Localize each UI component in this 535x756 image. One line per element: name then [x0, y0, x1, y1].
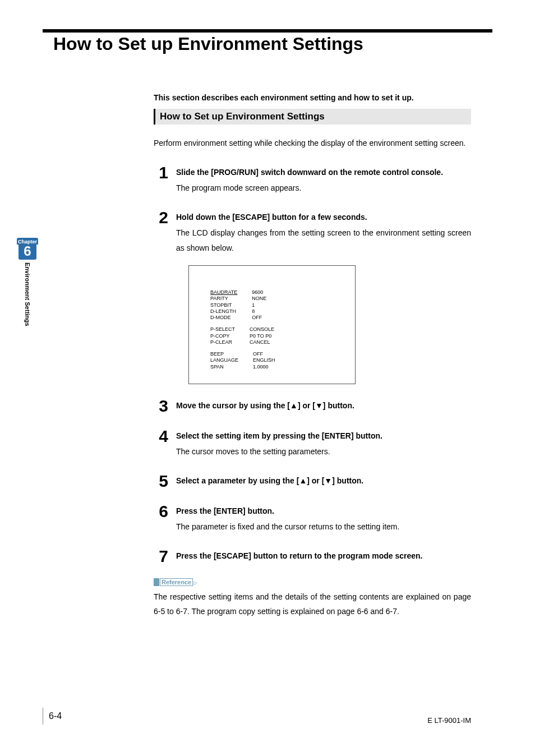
lcd-val: 1.0000	[253, 364, 275, 370]
step-3: 3 Move the cursor by using the [▲] or [▼…	[154, 398, 471, 414]
step-7: 7 Press the [ESCAPE] button to return to…	[154, 548, 471, 565]
step-number: 7	[154, 548, 168, 565]
step-label: Press the [ESCAPE] button to return to t…	[176, 550, 471, 562]
reference-marker	[154, 578, 159, 586]
lcd-val: 8	[252, 308, 266, 315]
step-desc: The program mode screen appears.	[176, 181, 471, 196]
intro-text: This section describes each environment …	[154, 93, 471, 102]
lcd-screen: BAUDRATE PARITY STOPBIT D-LENGTH D-MODE …	[188, 265, 356, 384]
step-6: 6 Press the [ENTER] button. The paramete…	[154, 503, 471, 534]
reference-label: Reference	[160, 578, 193, 586]
page-number: 6-4	[43, 708, 62, 725]
lcd-key: STOPBIT	[210, 302, 237, 308]
lcd-val: OFF	[253, 351, 275, 357]
lcd-key: P-CLEAR	[210, 339, 235, 345]
step-label: Hold down the [ESCAPE] button for a few …	[176, 211, 471, 223]
lcd-val: CANCEL	[250, 339, 274, 345]
chapter-label: Environment Settings	[24, 262, 31, 326]
step-desc: The LCD display changes from the setting…	[176, 225, 471, 255]
lcd-val: CONSOLE	[250, 326, 274, 333]
reference-text: The respective setting items and the det…	[154, 589, 471, 619]
lcd-val: 9600	[252, 289, 266, 296]
lcd-key: D-MODE	[210, 315, 237, 321]
step-number: 5	[154, 473, 168, 490]
step-desc: The parameter is fixed and the cursor re…	[176, 519, 471, 534]
step-number: 6	[154, 503, 168, 520]
lcd-key: SPAN	[210, 364, 238, 370]
body-paragraph: Perform environment setting while checki…	[154, 136, 471, 151]
lcd-val: OFF	[252, 315, 266, 321]
step-label: Slide the [PROG/RUN] switch downward on …	[176, 166, 471, 178]
step-label: Press the [ENTER] button.	[176, 505, 471, 517]
subheading: How to Set up Environment Settings	[154, 109, 471, 125]
step-label: Select a parameter by using the [▲] or […	[176, 474, 471, 487]
lcd-val: 1	[252, 302, 266, 308]
lcd-key: BEEP	[210, 351, 238, 357]
chapter-tab: Chapter 6 Environment Settings	[17, 238, 38, 326]
chapter-number: 6	[19, 245, 36, 260]
lcd-key: D-LENGTH	[210, 308, 237, 315]
page-title: How to Set up Environment Settings	[53, 34, 363, 54]
lcd-key: PARITY	[210, 296, 237, 302]
step-4: 4 Select the setting item by pressing th…	[154, 428, 471, 459]
lcd-key: P-COPY	[210, 333, 235, 339]
reference-arrow-icon: ▷	[193, 580, 197, 586]
top-rule	[43, 29, 492, 33]
lcd-val: P0 TO P0	[250, 333, 274, 339]
lcd-val: ENGLISH	[253, 357, 275, 363]
lcd-val: NONE	[252, 296, 266, 302]
step-2: 2 Hold down the [ESCAPE] button for a fe…	[154, 209, 471, 384]
reference-heading: Reference ▷	[154, 578, 471, 586]
step-desc: The cursor moves to the setting paramete…	[176, 444, 471, 459]
document-code: E LT-9001-IM	[427, 716, 471, 725]
content: This section describes each environment …	[154, 93, 471, 619]
step-label: Select the setting item by pressing the …	[176, 430, 471, 442]
step-number: 2	[154, 209, 168, 226]
lcd-key: BAUDRATE	[210, 289, 237, 296]
step-number: 3	[154, 398, 168, 414]
step-number: 1	[154, 164, 168, 181]
step-1: 1 Slide the [PROG/RUN] switch downward o…	[154, 164, 471, 196]
lcd-key: P-SELECT	[210, 326, 235, 333]
step-label: Move the cursor by using the [▲] or [▼] …	[176, 399, 471, 412]
step-number: 4	[154, 428, 168, 445]
lcd-key: LANGUAGE	[210, 357, 238, 363]
step-5: 5 Select a parameter by using the [▲] or…	[154, 473, 471, 490]
